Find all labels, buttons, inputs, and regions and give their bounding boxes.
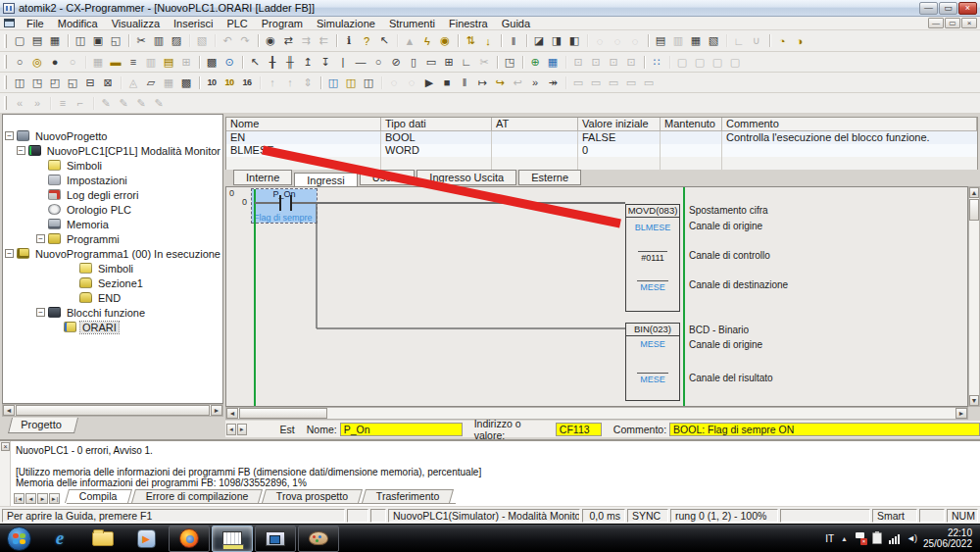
indirizzo-field[interactable]: CF113 <box>556 423 602 436</box>
radix-hex-icon[interactable]: 16 <box>238 75 256 91</box>
vertical-line-icon[interactable]: | <box>334 54 352 71</box>
force-off-icon[interactable]: ◌ <box>609 32 626 49</box>
fb-library-icon[interactable]: ⊕ <box>526 54 544 71</box>
action-center-flag-icon[interactable] <box>855 532 865 544</box>
tree-row[interactable]: Log degli errori <box>3 187 222 202</box>
cell-commento[interactable] <box>722 144 977 157</box>
scroll-left-arrow-icon[interactable]: ◄ <box>226 408 238 419</box>
taskbar-clock[interactable]: 22:10 25/06/2022 <box>923 527 972 549</box>
cell-at[interactable] <box>492 131 578 144</box>
cx-simulator-taskbar-button[interactable] <box>255 526 296 552</box>
menu-item[interactable]: Visualizza <box>105 18 167 29</box>
radix-signed-decimal-icon[interactable]: 10 <box>220 75 238 91</box>
variable-tab[interactable]: Uscite <box>360 170 416 185</box>
output-tab[interactable]: Trasferimento <box>362 489 454 503</box>
delete-tool-icon[interactable]: ✂ <box>475 54 493 71</box>
menu-item[interactable]: Simulazione <box>310 18 382 29</box>
zoom-icon[interactable]: ○ <box>11 54 28 71</box>
paint-taskbar-button[interactable] <box>298 526 339 552</box>
tree-expander[interactable] <box>68 264 76 273</box>
minimize-button[interactable]: — <box>919 2 938 15</box>
replace-icon[interactable]: ⇄ <box>279 32 297 49</box>
move-updown-icon[interactable]: ⇕ <box>299 75 317 91</box>
scroll-down-arrow-icon[interactable]: ▼ <box>969 395 979 406</box>
language-indicator[interactable]: IT <box>825 533 834 544</box>
variable-row[interactable]: BLMESE WORD 0 <box>226 144 977 157</box>
sim-play-icon[interactable]: ▶ <box>420 75 438 91</box>
program-properties-icon[interactable]: ◳ <box>28 75 46 91</box>
movd-operand-source[interactable]: BLMESE <box>626 223 679 232</box>
output-tab[interactable]: Trova prospetto <box>262 489 363 503</box>
tree-expander[interactable]: − <box>5 249 14 258</box>
rung-manager-icon[interactable]: ▤ <box>160 54 177 71</box>
tab-scroll-prev-icon[interactable]: ◄ <box>25 493 36 504</box>
tree-row[interactable]: END <box>3 290 222 305</box>
zoom-out-icon[interactable]: ○ <box>64 54 81 71</box>
tree-expander[interactable] <box>68 278 76 287</box>
sim-to-end-icon[interactable]: ↠ <box>544 75 562 91</box>
media-player-taskbar-button[interactable]: ▶ <box>125 526 167 552</box>
scroll-right-arrow-icon[interactable]: ► <box>211 405 222 416</box>
tree-item-orari[interactable]: ORARI <box>80 322 119 333</box>
tree-expander[interactable] <box>52 323 61 331</box>
watch4-icon[interactable]: ⊡ <box>622 54 640 71</box>
force-on-icon[interactable]: ◌ <box>591 32 609 49</box>
compare-program-icon[interactable]: ◨ <box>548 32 565 49</box>
breakpoint3-icon[interactable]: ▭ <box>605 75 622 91</box>
delete-section-icon[interactable]: ◱ <box>64 75 81 91</box>
wrap-icon[interactable]: ⊞ <box>177 54 195 71</box>
sim-step-in-icon[interactable]: ↪ <box>491 75 509 91</box>
context-help-icon[interactable]: ↖ <box>375 32 393 49</box>
tree-row[interactable]: − NuovoProgetto <box>3 128 222 143</box>
column-header-tipo-dati[interactable]: Tipo dati <box>381 118 492 130</box>
section-up-icon[interactable]: ⊟ <box>81 75 99 91</box>
tree-row[interactable]: − NuovoProgramma1 (00) In esecuzione <box>3 246 222 261</box>
monitor-grid-icon[interactable]: ▩ <box>177 75 195 91</box>
cell-valore[interactable]: 0 <box>578 144 661 157</box>
bin-instruction-block[interactable]: BIN(023) MESE MESE <box>625 323 680 401</box>
save-icon[interactable]: ▦ <box>46 32 64 49</box>
menu-item[interactable]: Guida <box>495 18 537 29</box>
view-st-icon[interactable]: ▧ <box>705 32 722 49</box>
no-contact-icon[interactable]: ╂ <box>264 54 281 71</box>
radix-decimal-icon[interactable]: 10 <box>203 75 220 91</box>
horizontal-line-icon[interactable]: — <box>352 54 369 71</box>
tree-expander[interactable] <box>36 161 45 170</box>
watch1-icon[interactable]: ⊡ <box>569 54 587 71</box>
tree-expander[interactable]: − <box>36 234 45 243</box>
select-tool-icon[interactable]: ↖ <box>246 54 264 71</box>
move-down-icon[interactable]: ↑ <box>281 75 299 91</box>
online-edit-begin-icon[interactable]: ▢ <box>691 54 709 71</box>
cell-tipo[interactable]: WORD <box>381 144 492 157</box>
instruction-icon[interactable]: ▯ <box>405 54 422 71</box>
sim-step-out-icon[interactable]: ↩ <box>509 75 526 91</box>
io-comment-icon[interactable]: ◳ <box>501 54 518 71</box>
sim-stop-icon[interactable]: ■ <box>438 75 456 91</box>
network-signal-icon[interactable] <box>889 533 900 544</box>
tree-item-simboli[interactable]: Simboli <box>65 160 104 172</box>
tree-horizontal-scrollbar[interactable]: ◄ ► <box>2 404 223 417</box>
menu-item[interactable]: Finestra <box>442 18 495 29</box>
cell-nome[interactable]: BLMESE <box>226 144 381 157</box>
sim-pause-icon[interactable]: ‖ <box>456 75 473 91</box>
tree-expander[interactable] <box>36 205 45 214</box>
ie-taskbar-button[interactable]: e <box>39 526 80 552</box>
ladder-horizontal-scrollbar[interactable]: ◄ ► <box>225 407 968 420</box>
column-header-at[interactable]: AT <box>492 118 578 130</box>
tab-scroll-last-icon[interactable]: ►| <box>49 493 60 504</box>
tree-row[interactable]: Impostazioni <box>3 173 222 187</box>
view-mnemonic-icon[interactable]: ▥ <box>669 32 687 49</box>
find-next-icon[interactable]: ⇉ <box>297 32 315 49</box>
pane-split-right-button[interactable]: ► <box>237 424 247 435</box>
tree-expander[interactable] <box>36 190 45 199</box>
cell-mantenuto[interactable] <box>661 131 722 144</box>
restore-button[interactable]: ▭ <box>939 2 957 15</box>
mark4-icon[interactable]: ✎ <box>150 95 168 112</box>
speaker-icon[interactable]: ◄) <box>906 533 916 543</box>
breakpoint1-icon[interactable]: ▭ <box>569 75 587 91</box>
bin-operand-result[interactable]: MESE <box>626 373 679 384</box>
scroll-left-arrow-icon[interactable]: ◄ <box>3 405 15 416</box>
commento-field[interactable]: BOOL: Flag di sempre ON <box>669 423 980 436</box>
help-icon[interactable]: ? <box>358 32 375 49</box>
toolbar-grip[interactable] <box>4 55 7 69</box>
